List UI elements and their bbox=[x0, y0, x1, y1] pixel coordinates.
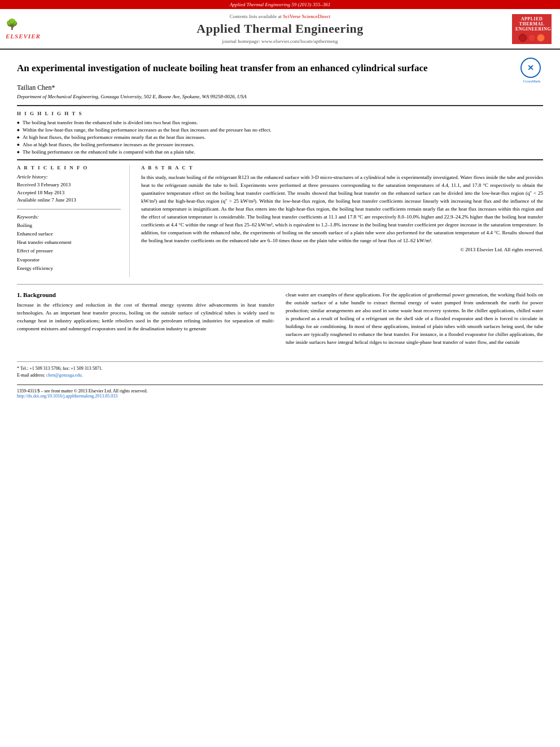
keywords-section: Keywords: Boiling Enhanced surface Heat … bbox=[17, 214, 121, 273]
info-keywords-divider bbox=[17, 209, 121, 209]
elsevier-logo-left: 🌳 ELSEVIER bbox=[6, 18, 51, 40]
highlights-section: H I G H L I G H T S The boiling heat tra… bbox=[17, 111, 543, 155]
kw-2: Enhanced surface bbox=[17, 230, 121, 238]
highlights-bottom-divider bbox=[17, 159, 543, 160]
abstract-label: A B S T R A C T bbox=[141, 165, 543, 171]
journal-header-center: Contents lists available at SciVerse Sci… bbox=[56, 14, 504, 44]
crossmark-icon: ✕ bbox=[520, 58, 541, 78]
journal-citation-bar: Applied Thermal Engineering 59 (2013) 35… bbox=[0, 0, 560, 9]
abstract-section: A B S T R A C T In this study, nucleate … bbox=[141, 165, 543, 277]
highlight-item-2: Within the low-heat-flux range, the boil… bbox=[17, 127, 543, 133]
history-label: Article history: bbox=[17, 174, 121, 180]
logo-line2: THERMAL bbox=[515, 21, 548, 27]
footnote-email-row: E-mail address: chen@gonzaga.edu. bbox=[17, 372, 543, 379]
abstract-text: In this study, nucleate boiling of the r… bbox=[141, 174, 543, 244]
sciverse-intro: Contents lists available at bbox=[230, 14, 282, 19]
journal-title: Applied Thermal Engineering bbox=[56, 21, 504, 36]
elsevier-tree-icon: 🌳 bbox=[6, 18, 18, 30]
crossmark-label: CrossMark bbox=[520, 79, 543, 84]
article-info-abstract-row: A R T I C L E I N F O Article history: R… bbox=[17, 165, 543, 277]
logo-circle-1 bbox=[519, 34, 527, 42]
kw-5: Evaporator bbox=[17, 256, 121, 264]
article-info-label: A R T I C L E I N F O bbox=[17, 165, 121, 171]
accepted-date: Accepted 18 May 2013 bbox=[17, 189, 121, 197]
section1-right-para1: clean water are examples of these applic… bbox=[286, 291, 543, 347]
footnote-tel: * Tel.: +1 509 313 5706; fax: +1 509 313… bbox=[17, 365, 543, 372]
journal-citation-text: Applied Thermal Engineering 59 (2013) 35… bbox=[230, 2, 331, 7]
bottom-bar: 1359-4311/$ – see front matter © 2013 El… bbox=[17, 385, 543, 399]
journal-homepage: journal homepage: www.elsevier.com/locat… bbox=[56, 38, 504, 44]
article-info-section: A R T I C L E I N F O Article history: R… bbox=[17, 165, 130, 277]
paper-title-row: An experimental investigation of nucleat… bbox=[17, 55, 543, 84]
issn-line: 1359-4311/$ – see front matter © 2013 El… bbox=[17, 388, 543, 394]
crossmark-badge[interactable]: ✕ CrossMark bbox=[520, 58, 543, 84]
author-name: Tailian Chen* bbox=[17, 84, 543, 92]
highlight-item-4: Also at high heat fluxes, the boiling pe… bbox=[17, 142, 543, 147]
journal-logo-box: APPLIED THERMAL ENGINEERING bbox=[512, 14, 552, 44]
sciverse-link[interactable]: SciVerse ScienceDirect bbox=[283, 14, 330, 19]
main-content: An experimental investigation of nucleat… bbox=[0, 50, 560, 404]
email-label: E-mail address: bbox=[17, 373, 45, 378]
logo-circle-3 bbox=[537, 34, 545, 42]
paper-title: An experimental investigation of nucleat… bbox=[17, 62, 427, 75]
elsevier-wordmark: ELSEVIER bbox=[6, 33, 51, 40]
homepage-url: www.elsevier.com/locate/apthermeng bbox=[261, 38, 338, 44]
section1-heading: 1. Background bbox=[17, 291, 274, 298]
logo-line1: APPLIED bbox=[515, 16, 548, 21]
kw-6: Energy efficiency bbox=[17, 264, 121, 273]
sciverse-line: Contents lists available at SciVerse Sci… bbox=[56, 14, 504, 19]
received-date: Received 3 February 2013 bbox=[17, 181, 121, 189]
online-date: Available online 7 June 2013 bbox=[17, 196, 121, 204]
logo-line3: ENGINEERING bbox=[515, 27, 548, 32]
article-history: Article history: Received 3 February 201… bbox=[17, 174, 121, 204]
body-section1: 1. Background Increase in the efficiency… bbox=[17, 291, 543, 350]
body-top-divider bbox=[17, 284, 543, 285]
journal-logo-right: APPLIED THERMAL ENGINEERING bbox=[509, 14, 554, 44]
doi-line[interactable]: http://dx.doi.org/10.1016/j.applthermale… bbox=[17, 394, 543, 399]
kw-3: Heat transfer enhancement bbox=[17, 238, 121, 247]
logo-circles bbox=[515, 34, 548, 42]
body-left-col: 1. Background Increase in the efficiency… bbox=[17, 291, 274, 350]
homepage-label: journal homepage: bbox=[222, 38, 260, 44]
author-affiliation: Department of Mechanical Engineering, Go… bbox=[17, 94, 543, 99]
highlight-item-1: The boiling heat transfer from the enhan… bbox=[17, 120, 543, 125]
kw-1: Boiling bbox=[17, 221, 121, 230]
section1-left-para1: Increase in the efficiency and reduction… bbox=[17, 302, 274, 333]
highlight-item-5: The boiling performance on the enhanced … bbox=[17, 149, 543, 155]
highlights-top-divider bbox=[17, 105, 543, 106]
journal-header: 🌳 ELSEVIER Contents lists available at S… bbox=[0, 9, 560, 50]
keywords-label: Keywords: bbox=[17, 214, 121, 220]
logo-circle-2 bbox=[528, 34, 536, 42]
highlight-item-3: At high heat fluxes, the boiling perform… bbox=[17, 134, 543, 140]
highlights-label: H I G H L I G H T S bbox=[17, 111, 543, 116]
body-right-col: clean water are examples of these applic… bbox=[286, 291, 543, 350]
footnote-section: * Tel.: +1 509 313 5706; fax: +1 509 313… bbox=[17, 361, 543, 379]
kw-4: Effect of pressure bbox=[17, 247, 121, 255]
copyright-line: © 2013 Elsevier Ltd. All rights reserved… bbox=[141, 247, 543, 252]
email-address: chen@gonzaga.edu. bbox=[46, 373, 83, 378]
